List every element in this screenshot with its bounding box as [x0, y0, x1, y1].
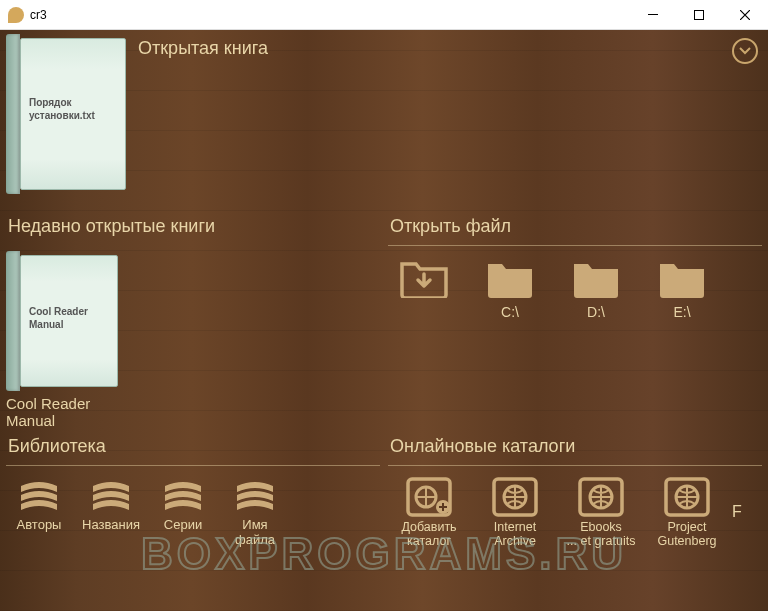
catalog-overflow: F: [732, 476, 742, 549]
globe-icon: [663, 476, 711, 518]
catalog-internet-archive[interactable]: Internet Archive: [474, 476, 556, 549]
maximize-icon: [694, 10, 704, 20]
library-item-label: Имя файла: [222, 518, 288, 548]
open-book-cover[interactable]: Порядок установки.txt: [6, 34, 126, 194]
drive-c[interactable]: C:\: [478, 258, 542, 320]
globe-icon: [491, 476, 539, 518]
minimize-icon: [648, 10, 658, 20]
catalog-add[interactable]: Добавитькаталог: [388, 476, 470, 549]
drive-label: C:\: [501, 304, 519, 320]
library-heading: Библиотека: [8, 436, 380, 457]
catalog-label: Добавитькаталог: [401, 520, 456, 549]
library-item-label: Серии: [164, 518, 202, 548]
divider: [388, 465, 762, 466]
drive-e[interactable]: E:\: [650, 258, 714, 320]
download-folder-icon: [400, 258, 448, 298]
drive-label: D:\: [587, 304, 605, 320]
open-book-label: Порядок установки.txt: [29, 96, 117, 122]
catalogs-section: Онлайновые каталоги Добавитькаталог: [388, 432, 762, 549]
svg-rect-0: [648, 14, 658, 15]
folder-icon: [572, 258, 620, 298]
recent-heading: Недавно открытые книги: [8, 216, 380, 237]
drive-label: E:\: [673, 304, 690, 320]
books-icon: [231, 476, 279, 516]
svg-rect-1: [695, 10, 704, 19]
close-button[interactable]: [722, 0, 768, 30]
window-titlebar: cr3: [0, 0, 768, 30]
library-titles[interactable]: Названия: [78, 476, 144, 548]
library-section: Библиотека Авторы Названия: [6, 432, 380, 549]
app-icon: [8, 7, 24, 23]
recent-book-item[interactable]: Cool Reader Manual Cool Reader Manual: [6, 251, 136, 429]
globe-icon: [577, 476, 625, 518]
library-item-label: Авторы: [17, 518, 62, 548]
recent-section: Недавно открытые книги Cool Reader Manua…: [6, 212, 380, 426]
catalog-label: ProjectGutenberg: [657, 520, 716, 549]
drive-d[interactable]: D:\: [564, 258, 628, 320]
recent-book-caption: Cool Reader Manual: [6, 395, 136, 429]
divider: [6, 465, 380, 466]
catalog-label: Internet Archive: [474, 520, 556, 549]
open-book-section: Порядок установки.txt Открытая книга: [6, 34, 762, 204]
open-file-heading: Открыть файл: [390, 216, 762, 237]
folder-icon: [486, 258, 534, 298]
downloads-folder[interactable]: [392, 258, 456, 320]
library-item-label: Названия: [82, 518, 140, 548]
maximize-button[interactable]: [676, 0, 722, 30]
menu-toggle-button[interactable]: [732, 38, 758, 64]
books-icon: [15, 476, 63, 516]
catalog-ebooks-gratuits[interactable]: Ebooks... et gratuits: [560, 476, 642, 549]
recent-book-cover-text: Cool Reader Manual: [29, 305, 109, 331]
main-area: Порядок установки.txt Открытая книга Нед…: [0, 30, 768, 611]
library-filename[interactable]: Имя файла: [222, 476, 288, 548]
catalog-project-gutenberg[interactable]: ProjectGutenberg: [646, 476, 728, 549]
library-series[interactable]: Серии: [150, 476, 216, 548]
divider: [388, 245, 762, 246]
chevron-down-icon: [739, 47, 751, 55]
window-title: cr3: [30, 8, 630, 22]
library-authors[interactable]: Авторы: [6, 476, 72, 548]
open-book-heading: Открытая книга: [138, 38, 268, 59]
catalog-label: Ebooks... et gratuits: [567, 520, 636, 549]
folder-icon: [658, 258, 706, 298]
catalogs-heading: Онлайновые каталоги: [390, 436, 762, 457]
globe-add-icon: [405, 476, 453, 518]
books-icon: [87, 476, 135, 516]
books-icon: [159, 476, 207, 516]
close-icon: [740, 10, 750, 20]
open-file-section: Открыть файл C:\ D:\: [388, 212, 762, 426]
minimize-button[interactable]: [630, 0, 676, 30]
